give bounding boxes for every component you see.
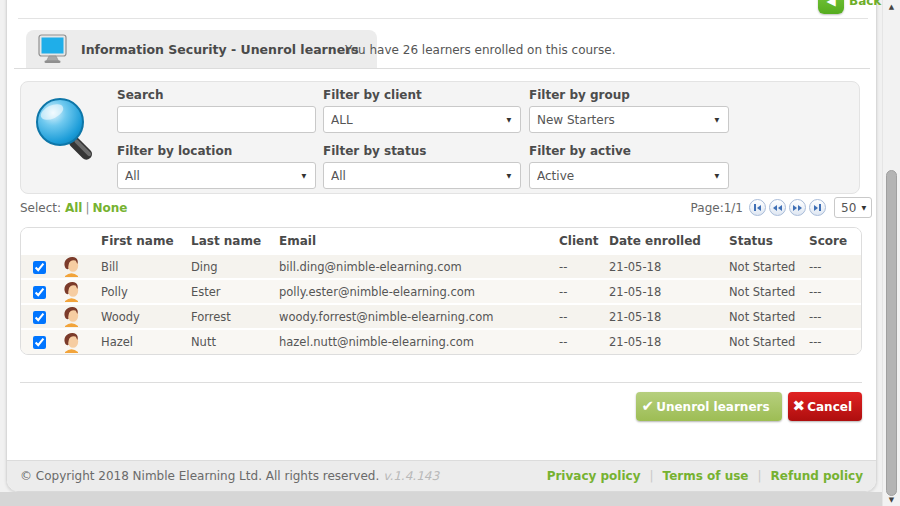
filter-location-label: Filter by location — [117, 144, 316, 158]
scroll-down-arrow-icon[interactable]: ▼ — [883, 496, 900, 504]
back-label: Back — [849, 0, 881, 8]
learner-avatar-icon — [62, 332, 81, 353]
table-row: HazelNutthazel.nutt@nimble-elearning.com… — [21, 329, 862, 354]
search-label: Search — [117, 88, 316, 102]
chevron-down-icon: All — [117, 169, 316, 183]
chevron-down-icon: ALL — [323, 113, 521, 127]
scroll-up-arrow-icon[interactable]: ▲ — [883, 3, 900, 11]
cell-email: polly.ester@nimble-elearning.com — [279, 279, 559, 304]
row-checkbox[interactable] — [33, 261, 46, 274]
select-none-link[interactable]: None — [92, 201, 127, 215]
monitor-icon — [38, 34, 70, 64]
cell-score: --- — [809, 254, 862, 279]
search-icon — [29, 94, 103, 168]
cell-score: --- — [809, 329, 862, 354]
terms-of-use-link[interactable]: Terms of use — [663, 469, 749, 483]
chevron-down-icon: 50 — [834, 201, 872, 215]
table-row: WoodyForrestwoody.forrest@nimble-elearni… — [21, 304, 862, 329]
col-score: Score — [809, 228, 862, 254]
header-divider — [14, 68, 870, 69]
cell-email: bill.ding@nimble-elearning.com — [279, 254, 559, 279]
top-divider — [18, 18, 868, 19]
table-header-row: First name Last name Email Client Date e… — [21, 228, 862, 254]
scrollbar[interactable]: ▲ ▼ — [882, 0, 900, 506]
filter-group-location: Filter by location All — [117, 144, 316, 189]
first-page-button[interactable] — [749, 199, 766, 216]
cell-first-name: Woody — [101, 304, 191, 329]
cell-status: Not Started — [729, 329, 809, 354]
learner-avatar-icon — [62, 256, 81, 277]
cell-date-enrolled: 21-05-18 — [609, 329, 729, 354]
select-all-link[interactable]: All — [65, 201, 83, 215]
cell-first-name: Hazel — [101, 329, 191, 354]
unenrol-learners-button[interactable]: ✔ Unenrol learners — [636, 392, 782, 421]
group-select[interactable]: New Starters — [529, 106, 729, 133]
filter-group-search: Search — [117, 88, 316, 133]
cell-client: -- — [559, 279, 609, 304]
cell-client: -- — [559, 304, 609, 329]
cell-date-enrolled: 21-05-18 — [609, 254, 729, 279]
filter-client-label: Filter by client — [323, 88, 521, 102]
cell-first-name: Bill — [101, 254, 191, 279]
scrollbar-thumb[interactable] — [886, 170, 897, 496]
row-checkbox[interactable] — [33, 286, 46, 299]
cell-client: -- — [559, 329, 609, 354]
filter-panel: Search Filter by client ALL Filter by gr… — [20, 81, 860, 194]
select-label: Select: — [20, 201, 61, 215]
col-client: Client — [559, 228, 609, 254]
header-checkbox-spacer — [21, 228, 56, 254]
refund-policy-link[interactable]: Refund policy — [771, 469, 863, 483]
header-avatar-spacer — [56, 228, 101, 254]
version-text: v.1.4.143 — [383, 469, 439, 483]
search-input[interactable] — [117, 106, 316, 133]
next-page-icon — [793, 205, 797, 211]
last-page-icon — [814, 205, 818, 211]
table-body: BillDingbill.ding@nimble-elearning.com--… — [21, 254, 862, 354]
action-buttons: ✔ Unenrol learners ✖ Cancel — [20, 392, 862, 421]
filter-group-status: Filter by status All — [323, 144, 521, 189]
page-size-select[interactable]: 50 — [834, 197, 872, 218]
filter-group-active: Filter by active Active — [529, 144, 729, 189]
cell-client: -- — [559, 254, 609, 279]
page-title: Information Security - Unenrol learners — [81, 42, 359, 57]
cell-score: --- — [809, 304, 862, 329]
chevron-down-icon: New Starters — [529, 113, 729, 127]
x-icon: ✖ — [793, 399, 806, 414]
footer: © Copyright 2018 Nimble Elearning Ltd. A… — [7, 460, 876, 491]
filter-active-label: Filter by active — [529, 144, 729, 158]
row-checkbox[interactable] — [33, 336, 46, 349]
row-checkbox[interactable] — [33, 311, 46, 324]
cancel-button[interactable]: ✖ Cancel — [788, 392, 862, 421]
location-select[interactable]: All — [117, 162, 316, 189]
enrolled-count-text: You have 26 learners enrolled on this co… — [345, 43, 616, 57]
prev-page-button[interactable] — [769, 199, 786, 216]
col-first-name: First name — [101, 228, 191, 254]
selection-controls: Select: All|None — [20, 201, 127, 215]
last-page-button[interactable] — [809, 199, 826, 216]
back-arrow-icon: ◀ — [826, 0, 835, 8]
status-select[interactable]: All — [323, 162, 521, 189]
privacy-policy-link[interactable]: Privacy policy — [547, 469, 641, 483]
next-page-button[interactable] — [789, 199, 806, 216]
col-status: Status — [729, 228, 809, 254]
cell-status: Not Started — [729, 254, 809, 279]
page-background-strip — [0, 492, 882, 506]
chevron-down-icon: Active — [529, 169, 729, 183]
col-last-name: Last name — [191, 228, 279, 254]
cell-status: Not Started — [729, 304, 809, 329]
footer-separator: | — [641, 469, 663, 483]
filter-group-label: Filter by group — [529, 88, 729, 102]
cell-status: Not Started — [729, 279, 809, 304]
first-page-icon — [754, 204, 756, 211]
col-email: Email — [279, 228, 559, 254]
cell-last-name: Forrest — [191, 304, 279, 329]
client-select[interactable]: ALL — [323, 106, 521, 133]
prev-page-icon — [773, 205, 777, 211]
page-indicator: Page:1/1 — [691, 201, 743, 215]
active-select[interactable]: Active — [529, 162, 729, 189]
back-button[interactable]: ◀ Back — [818, 0, 881, 14]
cell-score: --- — [809, 279, 862, 304]
cell-date-enrolled: 21-05-18 — [609, 304, 729, 329]
selection-separator: | — [82, 201, 92, 215]
course-header-tab: Information Security - Unenrol learners — [26, 30, 377, 68]
